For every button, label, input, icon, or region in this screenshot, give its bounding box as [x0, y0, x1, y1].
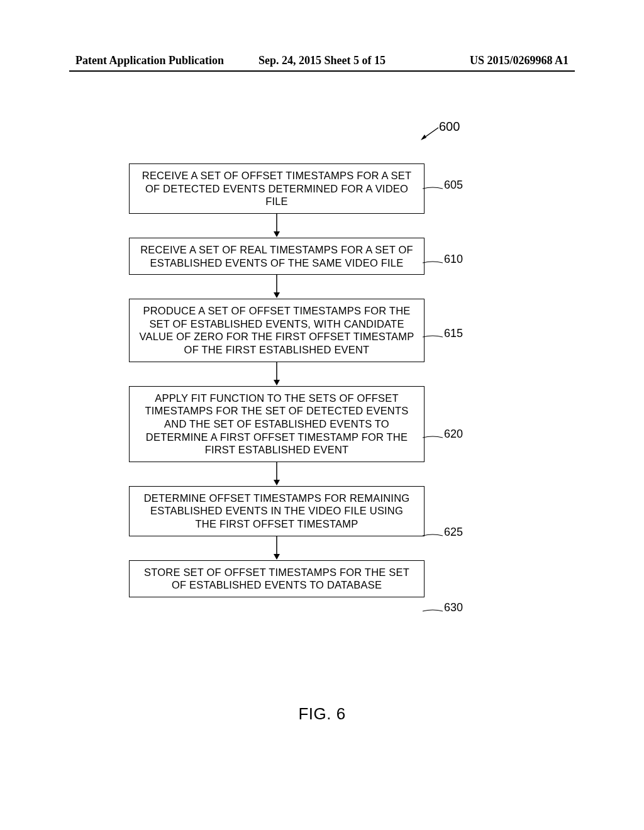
ref-605: 605: [444, 179, 463, 192]
flow-step-620: APPLY FIT FUNCTION TO THE SETS OF OFFSET…: [129, 386, 425, 462]
flow-step-text: STORE SET OF OFFSET TIMESTAMPS FOR THE S…: [144, 567, 409, 591]
flow-arrow-icon: [126, 214, 428, 238]
ref-630: 630: [444, 601, 463, 614]
svg-marker-1: [421, 135, 426, 140]
flow-step-text: RECEIVE A SET OF REAL TIMESTAMPS FOR A S…: [140, 244, 413, 268]
flow-step-text: PRODUCE A SET OF OFFSET TIMESTAMPS FOR T…: [140, 305, 414, 355]
flow-arrow-icon: [126, 275, 428, 299]
flowchart: RECEIVE A SET OF OFFSET TIMESTAMPS FOR A…: [126, 163, 428, 597]
ref-615: 615: [444, 327, 463, 340]
svg-marker-9: [274, 480, 280, 485]
flow-step-625: DETERMINE OFFSET TIMESTAMPS FOR REMAININ…: [129, 486, 425, 536]
header-left: Patent Application Publication: [75, 54, 224, 67]
svg-marker-7: [274, 380, 280, 385]
flow-arrow-icon: [126, 536, 428, 560]
flow-arrow-icon: [126, 362, 428, 386]
header-right: US 2015/0269968 A1: [470, 54, 569, 67]
header-mid: Sep. 24, 2015 Sheet 5 of 15: [258, 54, 386, 67]
svg-marker-11: [274, 554, 280, 560]
flow-step-630: STORE SET OF OFFSET TIMESTAMPS FOR THE S…: [129, 560, 425, 597]
header-rule: [69, 70, 575, 72]
page-header: Patent Application Publication Sep. 24, …: [0, 54, 644, 67]
figure-caption: FIG. 6: [0, 704, 644, 724]
flow-step-610: RECEIVE A SET OF REAL TIMESTAMPS FOR A S…: [129, 238, 425, 275]
flow-step-615: PRODUCE A SET OF OFFSET TIMESTAMPS FOR T…: [129, 299, 425, 362]
figure-ref-arrow-icon: [418, 126, 441, 143]
figure-ref-number: 600: [439, 119, 464, 134]
flow-step-text: APPLY FIT FUNCTION TO THE SETS OF OFFSET…: [145, 392, 409, 456]
flow-step-605: RECEIVE A SET OF OFFSET TIMESTAMPS FOR A…: [129, 163, 425, 214]
flow-step-text: DETERMINE OFFSET TIMESTAMPS FOR REMAININ…: [144, 492, 410, 529]
flow-step-text: RECEIVE A SET OF OFFSET TIMESTAMPS FOR A…: [142, 170, 411, 207]
ref-630-tick: [423, 605, 443, 616]
ref-610: 610: [444, 253, 463, 266]
svg-marker-3: [274, 231, 280, 237]
flow-arrow-icon: [126, 462, 428, 486]
ref-625: 625: [444, 526, 463, 539]
ref-620: 620: [444, 428, 463, 441]
svg-marker-5: [274, 292, 280, 298]
